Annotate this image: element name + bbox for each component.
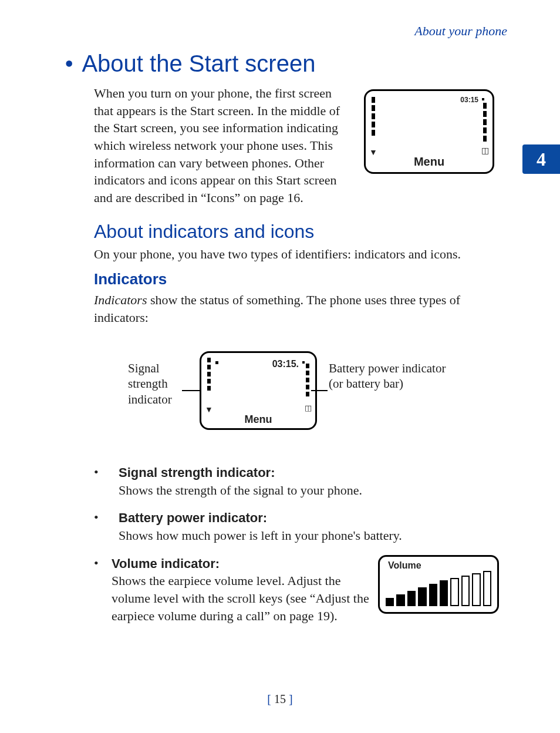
- callout-label-signal: Signal strength indicator: [128, 361, 193, 407]
- signal-bar-icon: [207, 386, 211, 391]
- callout-label-battery: Battery power indicator (or battery bar): [329, 361, 446, 392]
- start-screen-illustration: 03:15. ▼ ◫ Menu: [200, 351, 317, 430]
- manual-page: About your phone 4 • About the Start scr…: [0, 0, 560, 733]
- battery-bar-icon: [306, 385, 309, 389]
- emphasis-term: Indicators: [94, 292, 147, 307]
- antenna-icon: ▼: [205, 405, 213, 414]
- body-text: On your phone, you have two types of ide…: [94, 246, 493, 263]
- signal-bar-icon: [207, 365, 211, 369]
- volume-bars: [386, 573, 491, 606]
- bracket-icon: ]: [286, 692, 293, 705]
- list-item-body: Volume indicator: Shows the earpiece vol…: [112, 555, 499, 625]
- volume-bar-icon: [472, 573, 480, 606]
- heading-3: Indicators: [94, 270, 167, 288]
- heading-2: About indicators and icons: [94, 221, 314, 243]
- signal-bar-icon: [372, 122, 375, 127]
- volume-bar-icon: [396, 594, 404, 606]
- list-item-text-block: Volume indicator: Shows the earpiece vol…: [112, 555, 370, 625]
- volume-bar-icon: [440, 580, 448, 606]
- battery-bar-icon: [306, 371, 309, 375]
- clock-readout: 03:15.: [272, 359, 299, 369]
- battery-bar-icon: [483, 111, 487, 117]
- bullet-icon: •: [65, 51, 73, 77]
- battery-bar-icon: [483, 119, 487, 125]
- list-item-label: Signal strength indicator:: [119, 465, 275, 480]
- battery-bar-icon: [306, 392, 309, 396]
- alarm-dot-icon: [482, 98, 484, 100]
- volume-bar-icon: [461, 576, 470, 606]
- indicator-list: • Signal strength indicator: Shows the s…: [94, 464, 499, 636]
- list-item-text: Shows how much power is left in your pho…: [119, 528, 402, 543]
- clock-readout: 03:15: [460, 96, 478, 104]
- volume-bar-icon: [429, 584, 437, 606]
- callout-line-icon: [182, 390, 202, 391]
- signal-bar-icon: [372, 97, 375, 103]
- volume-bar-icon: [386, 598, 394, 606]
- chapter-tab: 4: [522, 144, 560, 174]
- softkey-label: Menu: [201, 413, 315, 426]
- volume-bar-icon: [407, 591, 416, 606]
- battery-icon: ◫: [305, 404, 312, 413]
- battery-bar-icon: [483, 136, 487, 142]
- heading-1-row: • About the Start screen: [65, 51, 315, 77]
- body-text: show the status of something. The phone …: [94, 292, 460, 325]
- heading-1: About the Start screen: [82, 51, 315, 77]
- volume-title: Volume: [388, 559, 421, 572]
- intro-paragraph: When you turn on your phone, the first s…: [94, 85, 352, 207]
- signal-bar-icon: [207, 358, 211, 362]
- battery-bar-icon: [483, 127, 487, 133]
- battery-bar-icon: [483, 103, 487, 109]
- bullet-icon: •: [94, 555, 112, 625]
- bullet-icon: •: [94, 464, 119, 499]
- alarm-dot-icon: [302, 361, 305, 364]
- volume-bar-icon: [483, 571, 491, 606]
- list-item-body: Signal strength indicator: Shows the str…: [119, 464, 499, 499]
- callout-line-icon: [311, 390, 328, 391]
- volume-bar-icon: [450, 578, 458, 606]
- volume-illustration: Volume: [378, 555, 499, 614]
- indicator-diagram: Signal strength indicator 03:15. ▼ ◫ Men…: [94, 351, 493, 439]
- list-item-label: Volume indicator:: [112, 556, 220, 571]
- bracket-icon: [: [267, 692, 274, 705]
- page-number: 15: [274, 692, 286, 705]
- list-item: • Volume indicator: Shows the earpiece v…: [94, 555, 499, 625]
- signal-bar-icon: [372, 130, 375, 136]
- signal-bar-icon: [207, 379, 211, 384]
- running-header: About your phone: [414, 23, 507, 39]
- list-item-text: Shows the earpiece volume level. Adjust …: [112, 573, 369, 623]
- list-item: • Battery power indicator: Shows how muc…: [94, 509, 499, 544]
- battery-bar-icon: [306, 364, 309, 368]
- list-item-body: Battery power indicator: Shows how much …: [119, 509, 499, 544]
- list-item-text: Shows the strength of the signal to your…: [119, 483, 362, 497]
- page-footer: [ 15 ]: [0, 692, 560, 706]
- volume-bar-icon: [418, 587, 426, 606]
- battery-bar-icon: [306, 378, 309, 382]
- list-item-label: Battery power indicator:: [119, 510, 267, 525]
- battery-icon: ◫: [481, 146, 489, 156]
- signal-bar-icon: [372, 105, 375, 111]
- list-item: • Signal strength indicator: Shows the s…: [94, 464, 499, 499]
- start-screen-illustration: 03:15 ▼ ◫ Menu: [364, 89, 494, 174]
- message-dot-icon: [215, 361, 218, 364]
- softkey-label: Menu: [366, 155, 492, 169]
- body-text: Indicators show the status of something.…: [94, 291, 493, 326]
- signal-bar-icon: [372, 113, 375, 119]
- bullet-icon: •: [94, 509, 119, 544]
- signal-bar-icon: [207, 372, 211, 376]
